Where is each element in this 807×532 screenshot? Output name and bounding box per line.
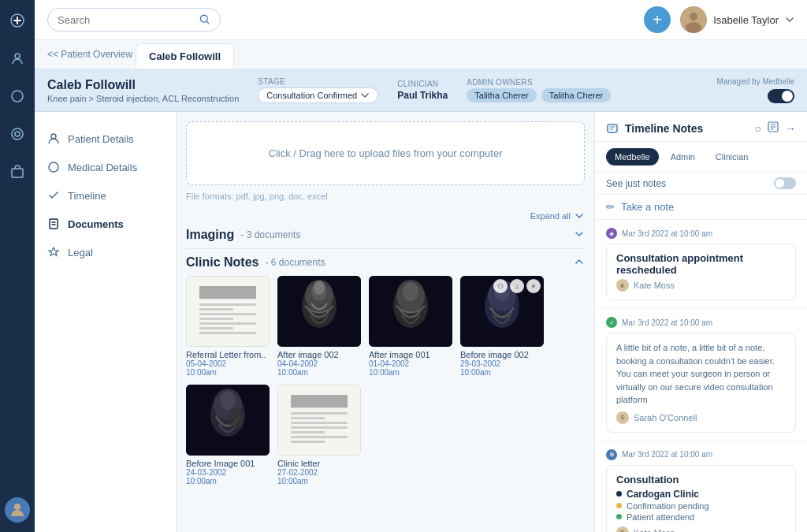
filter-tab-medbelle[interactable]: Medbelle — [606, 148, 659, 166]
doc-thumb-after-002 — [277, 276, 361, 347]
stage-field: Stage Consultation Confirmed — [258, 77, 378, 103]
svg-rect-13 — [50, 219, 58, 229]
search-input[interactable] — [58, 14, 193, 26]
doc-date-before-002: 29-03-2002 — [460, 359, 544, 368]
clinic-dot — [616, 491, 622, 497]
doc-time-before-002: 10:00am — [460, 368, 544, 377]
doc-thumb-clinic-letter — [277, 385, 361, 456]
upload-area[interactable]: Click / Drag here to upload files from y… — [186, 121, 585, 185]
tabs-bar: << Patient Overview Caleb Followill — [35, 40, 807, 69]
expand-all-button[interactable]: Expand all — [530, 210, 585, 221]
chevron-down-icon — [785, 15, 794, 24]
doc-card-after-001[interactable]: After image 001 01-04-2002 10:00am — [369, 276, 452, 377]
user-info[interactable]: Isabelle Taylor — [680, 6, 794, 33]
doc-date-after-001: 01-04-2002 — [369, 359, 452, 368]
nav-medical-details[interactable]: Medical Details — [35, 153, 176, 181]
clinic-name: Cardogan Clinic — [627, 489, 699, 500]
user-avatar-sidebar[interactable] — [5, 497, 30, 523]
doc-action-link[interactable]: ⚇ — [493, 279, 508, 293]
doc-card-after-002[interactable]: After image 002 04-04-2002 10:00am — [277, 276, 361, 377]
file-formats-text: File formats: pdf, jpg, png, doc, excel — [186, 192, 585, 201]
svg-point-22 — [403, 282, 418, 301]
nav-timeline-label: Timeline — [68, 190, 106, 202]
doc-card-clinic-letter[interactable]: Clinic letter 27-02-2002 10:00am — [277, 385, 361, 485]
doc-card-before-001[interactable]: Before Image 001 24-03-2002 10:00am — [186, 385, 270, 485]
doc-action-download[interactable]: ↓ — [510, 279, 524, 293]
entry-1-title: Consultation appointment rescheduled — [616, 252, 786, 276]
doc-time-clinic-letter: 10:00am — [277, 477, 361, 485]
nav-documents[interactable]: Documents — [35, 210, 176, 238]
sidebar-icon-package[interactable] — [6, 161, 28, 183]
doc-name-before-001: Before Image 001 — [186, 459, 270, 468]
entry-1-card: Consultation appointment rescheduled K K… — [606, 244, 796, 300]
doc-time-before-001: 10:00am — [186, 477, 270, 485]
admin-owner-1: Talitha Cherer — [467, 88, 536, 102]
export-icon[interactable] — [768, 121, 779, 135]
add-button[interactable]: + — [644, 6, 671, 33]
imaging-toggle[interactable] — [574, 229, 585, 242]
clinician-field: Clinician Paul Trikha — [397, 80, 448, 101]
patient-overview-tab[interactable]: << Patient Overview — [47, 41, 132, 68]
clinic-notes-toggle[interactable] — [574, 256, 585, 270]
take-note-row[interactable]: ✏ Take a note — [595, 195, 807, 220]
doc-card-referral[interactable]: Referral Letter from.. 05-04-2002 10:00a… — [186, 276, 270, 377]
managed-label: Managed by Medbelle — [717, 77, 794, 86]
svg-point-2 — [12, 91, 23, 102]
nav-documents-label: Documents — [68, 218, 124, 230]
imaging-section-header: Imaging - 3 documents — [186, 228, 585, 242]
doc-date-before-001: 24-03-2002 — [186, 468, 270, 477]
entry-3-date: ⊕ Mar 3rd 2022 at 10:00 am — [606, 449, 796, 460]
doc-thumb-before-001 — [186, 385, 270, 456]
admin-owners-label: Admin Owners — [467, 78, 611, 87]
sidebar — [0, 0, 35, 532]
chat-icon[interactable]: ○ — [755, 122, 761, 135]
svg-rect-32 — [608, 125, 617, 132]
svg-point-6 — [14, 504, 20, 510]
take-note-label: Take a note — [621, 201, 674, 213]
see-notes-row: See just notes — [595, 173, 807, 195]
header: + Isabelle Taylor — [35, 0, 807, 40]
clinic-notes-count: - 6 documents — [265, 257, 325, 268]
expand-all-icon — [574, 210, 585, 221]
nav-legal-label: Legal — [68, 247, 93, 259]
nav-medical-details-label: Medical Details — [68, 162, 137, 173]
imaging-divider — [186, 248, 585, 249]
entry-2-body: A little bit of a note, a little bit of … — [616, 341, 786, 407]
patient-name: Caleb Followill — [47, 78, 239, 92]
doc-thumb-referral — [186, 276, 270, 347]
entry-1-dot: ◈ — [606, 228, 617, 239]
content-area: Patient Details Medical Details Timeline — [35, 112, 807, 532]
timeline-entry-3: ⊕ Mar 3rd 2022 at 10:00 am Consultation … — [595, 441, 807, 533]
stage-badge[interactable]: Consultation Confirmed — [258, 87, 378, 103]
entry-2-card: A little bit of a note, a little bit of … — [606, 333, 796, 433]
timeline-header: Timeline Notes ○ → — [595, 112, 807, 142]
sidebar-icon-person[interactable] — [6, 47, 28, 69]
filter-tabs: Medbelle Admin Clinician — [595, 142, 807, 173]
doc-card-before-002[interactable]: ⚇ ↓ × Before image 002 29-03-2002 10:00a… — [460, 276, 544, 377]
clinic-notes-section-header: Clinic Notes - 6 documents — [186, 255, 585, 270]
patient-condition: Knee pain > Steroid injection, ACL Recon… — [47, 94, 239, 103]
nav-patient-details[interactable]: Patient Details — [35, 125, 176, 153]
see-notes-toggle[interactable] — [774, 177, 796, 189]
svg-point-11 — [51, 134, 56, 139]
sidebar-icon-medical[interactable] — [6, 9, 28, 32]
doc-name-after-001: After image 001 — [369, 350, 452, 359]
entry-3-title: Consultation — [616, 474, 786, 485]
filter-tab-clinician[interactable]: Clinician — [707, 148, 757, 166]
sidebar-icon-circle[interactable] — [6, 85, 28, 107]
arrow-icon[interactable]: → — [785, 122, 796, 135]
doc-time-after-001: 10:00am — [369, 368, 452, 377]
nav-legal[interactable]: Legal — [35, 238, 176, 266]
nav-timeline[interactable]: Timeline — [35, 181, 176, 210]
sidebar-icon-target[interactable] — [6, 123, 28, 145]
doc-date-after-002: 04-04-2002 — [277, 359, 361, 368]
search-box[interactable] — [47, 8, 221, 32]
doc-action-close[interactable]: × — [526, 279, 541, 293]
svg-point-9 — [690, 13, 697, 20]
consultation-status2: Patient attendend — [616, 512, 786, 522]
entry-1-author: K Kate Moss — [616, 279, 786, 292]
active-tab[interactable]: Caleb Followill — [136, 43, 234, 69]
nav-patient-details-label: Patient Details — [68, 133, 134, 145]
filter-tab-admin[interactable]: Admin — [662, 148, 704, 166]
managed-toggle[interactable] — [768, 89, 794, 103]
